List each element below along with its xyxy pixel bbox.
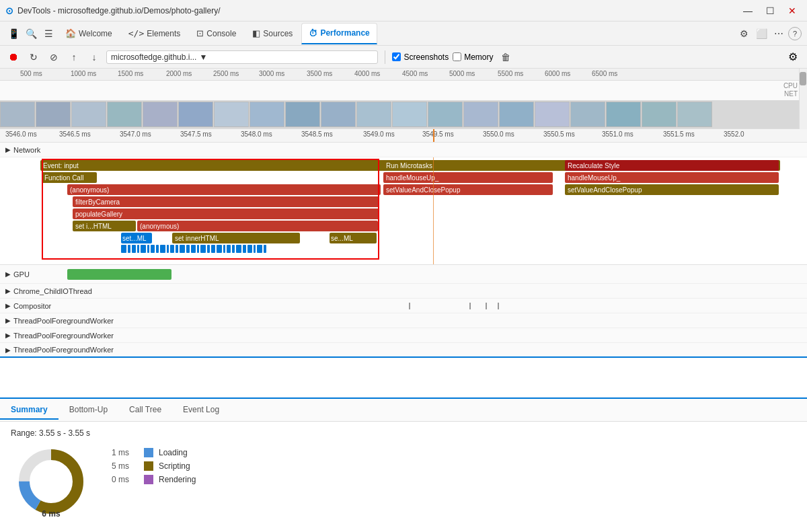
tab-event-log[interactable]: Event Log [172, 401, 230, 420]
legend-scripting: 5 ms Scripting [112, 461, 196, 471]
set-innerhtml-bar[interactable]: set innerHTML [172, 233, 300, 243]
overview-ruler: 500 ms 1000 ms 1500 ms 2000 ms 2500 ms 3… [0, 69, 807, 81]
trash-button[interactable]: 🗑 [498, 49, 514, 65]
small-bar [217, 245, 222, 253]
ruler-4500: 4500 ms [402, 70, 428, 77]
download-button[interactable]: ↓ [86, 49, 102, 65]
tab-performance[interactable]: ⏱ Performance [301, 23, 377, 44]
main-thread-track: Event: input Function Call (anonymous) f… [0, 157, 807, 265]
console-drawer-button[interactable]: ☰ [40, 26, 56, 42]
close-button[interactable]: ✕ [783, 4, 802, 17]
small-bar [197, 245, 199, 253]
threadpool-1-row[interactable]: ▶ ThreadPoolForegroundWorker [0, 313, 807, 328]
more-tabs-button[interactable]: ⋯ [771, 26, 787, 42]
tab-welcome[interactable]: 🏠 Welcome [58, 23, 120, 44]
screenshot-thumb [392, 102, 427, 127]
maximize-button[interactable]: ☐ [761, 4, 780, 17]
donut-svg [11, 445, 91, 519]
time-3551: 3551.0 ms [602, 130, 633, 138]
settings-tab-button[interactable]: ⚙ [736, 26, 752, 42]
timeline-overview[interactable]: 500 ms 1000 ms 1500 ms 2000 ms 2500 ms 3… [0, 69, 807, 129]
rendering-color [144, 475, 153, 484]
inspect-button[interactable]: 🔍 [23, 26, 39, 42]
tab-bar: 📱 🔍 ☰ 🏠 Welcome </> Elements ⊡ Console ◧… [0, 22, 807, 46]
url-dropdown[interactable]: ▼ [199, 52, 207, 62]
memory-label: Memory [464, 52, 493, 62]
small-bar [223, 245, 225, 253]
screenshots-checkbox[interactable] [392, 52, 401, 61]
overview-scrollbar[interactable] [799, 69, 807, 129]
upload-button[interactable]: ↑ [66, 49, 82, 65]
device-tab-button[interactable]: ⬜ [753, 26, 769, 42]
help-button[interactable]: ? [788, 27, 802, 40]
threadpool-1-label: ThreadPoolForegroundWorker [13, 317, 114, 325]
device-mode-button[interactable]: 📱 [5, 26, 22, 42]
small-bar [167, 245, 169, 253]
set-value-close-popup-2-bar[interactable]: setValueAndClosePopup [565, 184, 779, 195]
screenshot-thumb [0, 102, 35, 127]
small-bar [186, 245, 190, 253]
time-3549-5: 3549.5 ms [422, 130, 454, 138]
function-call-bar[interactable]: Function Call [42, 172, 97, 183]
tab-call-tree[interactable]: Call Tree [118, 401, 172, 420]
se-ml-bar[interactable]: se...ML [330, 233, 377, 243]
tab-summary[interactable]: Summary [0, 401, 59, 420]
time-3546-5: 3546.5 ms [59, 130, 91, 138]
chrome-childio-expand: ▶ [5, 287, 11, 295]
small-bar [141, 245, 146, 253]
url-bar: microsoftedge.github.i... ▼ [106, 50, 378, 64]
flame-area[interactable]: ▶ Network Event: input Function Call (an… [0, 143, 807, 397]
ruler-5500: 5500 ms [498, 70, 523, 77]
run-microtasks-bar[interactable]: Run Microtasks [383, 160, 553, 171]
anonymous-bar-1[interactable]: (anonymous) [67, 184, 381, 195]
tab-bottom-up[interactable]: Bottom-Up [59, 401, 118, 420]
network-row[interactable]: ▶ Network [0, 143, 807, 157]
summary-area: 6 ms 1 ms Loading 5 ms Scripting [11, 445, 796, 525]
tab-elements-label: Elements [147, 29, 180, 38]
recalculate-style-bar[interactable]: Recalculate Style [565, 160, 779, 171]
threadpool-3-row[interactable]: ▶ ThreadPoolForegroundWorker [0, 343, 807, 358]
threadpool-2-expand: ▶ [5, 332, 11, 339]
compositor-label: Compositor [13, 302, 51, 310]
ruler-4000: 4000 ms [354, 70, 380, 77]
memory-checkbox-group: Memory [453, 52, 493, 62]
tab-welcome-label: Welcome [79, 29, 112, 38]
ruler-6000: 6000 ms [545, 70, 570, 77]
handle-mouse-up-2-bar[interactable]: handleMouseUp_ [565, 172, 779, 183]
tab-elements[interactable]: </> Elements [121, 23, 188, 44]
record-button[interactable]: ⏺ [5, 49, 22, 65]
anonymous-bar-2[interactable]: (anonymous) [137, 221, 378, 231]
compositor-expand: ▶ [5, 302, 11, 309]
compositor-row[interactable]: ▶ Compositor [0, 299, 807, 313]
small-bar [156, 245, 159, 253]
scripting-color [144, 461, 153, 471]
stop-button[interactable]: ⊘ [46, 49, 62, 65]
filter-by-camera-bar[interactable]: filterByCamera [73, 196, 379, 207]
screenshot-thumb [606, 102, 641, 127]
event-log-tab-label: Event Log [183, 405, 219, 414]
screenshot-thumb [642, 102, 677, 127]
populate-gallery-label: populateGallery [75, 211, 122, 218]
handle-mouse-up-1-bar[interactable]: handleMouseUp_ [383, 172, 553, 183]
performance-settings-icon[interactable]: ⚙ [784, 49, 802, 65]
tab-console[interactable]: ⊡ Console [189, 23, 243, 44]
set-ml-bar[interactable]: set...ML [121, 233, 152, 243]
gpu-row[interactable]: ▶ GPU [0, 265, 807, 284]
screenshot-thumb [677, 102, 712, 127]
reload-record-button[interactable]: ↻ [26, 49, 42, 65]
tab-sources[interactable]: ◧ Sources [245, 23, 300, 44]
run-microtasks-label: Run Microtasks [386, 162, 432, 169]
ruler-3500: 3500 ms [307, 70, 332, 77]
rendering-label: Rendering [159, 475, 196, 484]
memory-checkbox[interactable] [453, 52, 461, 61]
screenshot-thumb [143, 102, 178, 127]
chrome-childio-row[interactable]: ▶ Chrome_ChildIOThread [0, 284, 807, 299]
threadpool-2-row[interactable]: ▶ ThreadPoolForegroundWorker [0, 328, 807, 343]
donut-chart: 6 ms [11, 445, 91, 525]
set-value-close-popup-1-bar[interactable]: setValueAndClosePopup [383, 184, 553, 195]
set-html-bar[interactable]: set i...HTML [73, 221, 136, 231]
screenshot-thumb [535, 102, 570, 127]
ruler-2500: 2500 ms [213, 70, 239, 77]
minimize-button[interactable]: — [738, 4, 758, 17]
populate-gallery-bar[interactable]: populateGallery [73, 208, 379, 219]
